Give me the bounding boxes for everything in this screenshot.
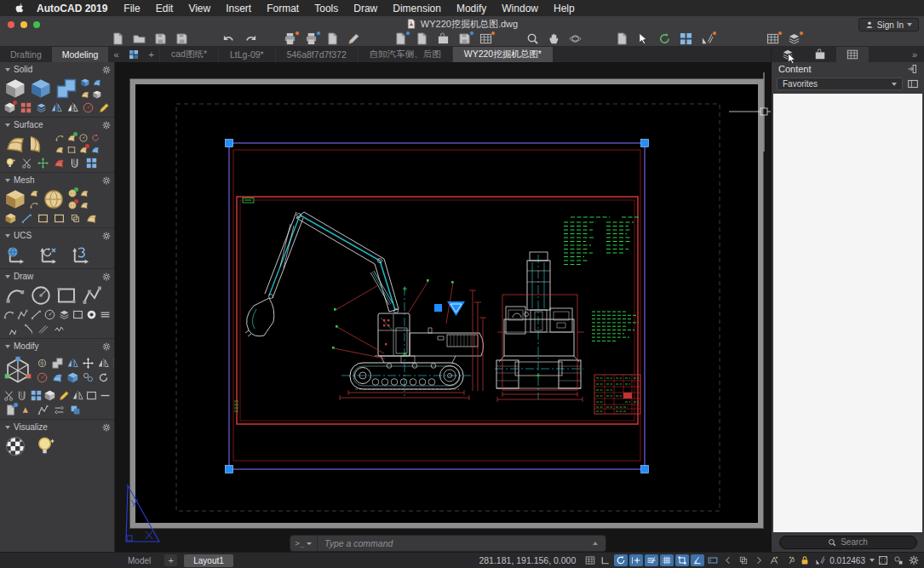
menu-modify[interactable]: Modify xyxy=(449,3,494,14)
surface-blend-tool[interactable] xyxy=(55,133,65,143)
draw-line-tool[interactable] xyxy=(31,308,42,321)
surface-trim-tool[interactable] xyxy=(55,145,65,155)
attach-reference-button[interactable] xyxy=(436,32,451,46)
draw-circle-tool[interactable] xyxy=(29,284,52,307)
workspace-tab-drafting[interactable]: Drafting xyxy=(0,47,52,62)
mesh-close-hole-tool[interactable] xyxy=(52,212,66,225)
menu-window[interactable]: Window xyxy=(494,3,546,14)
save-as-button[interactable] xyxy=(175,32,189,46)
new-file-button[interactable] xyxy=(111,32,125,46)
solid-polysolid-tool[interactable] xyxy=(3,101,16,114)
regen-tool[interactable] xyxy=(657,32,672,46)
select-similar-tool[interactable] xyxy=(636,32,651,46)
draw-ray-tool[interactable] xyxy=(3,323,17,336)
annotation-scale-value[interactable]: 0.012463 xyxy=(829,556,865,565)
panel-mesh-header[interactable]: Mesh xyxy=(3,175,111,186)
settings-gear-icon[interactable] xyxy=(907,554,921,566)
render-tool[interactable] xyxy=(3,434,26,457)
selection-cycling-icon[interactable] xyxy=(737,554,750,566)
panel-visualize-header[interactable]: Visualize xyxy=(3,422,111,433)
batch-plot-button[interactable] xyxy=(304,32,319,46)
command-input[interactable]: Type a command xyxy=(318,538,585,548)
ucs-rotate-tool[interactable] xyxy=(36,243,59,266)
mesh-box-tool[interactable] xyxy=(3,187,26,210)
named-views-icon[interactable] xyxy=(876,554,890,566)
surface-cv-remove-tool[interactable] xyxy=(52,157,66,169)
gear-icon[interactable] xyxy=(102,273,111,281)
apple-menu-icon[interactable] xyxy=(14,3,25,14)
chevron-down-icon[interactable] xyxy=(869,559,875,562)
solid-edit-tool[interactable] xyxy=(98,101,111,114)
panel-draw-header[interactable]: Draw xyxy=(3,271,111,282)
import-button[interactable] xyxy=(393,32,408,46)
page-setup-button[interactable] xyxy=(325,32,340,46)
solid-union-tool[interactable] xyxy=(55,77,77,100)
surface-loft-tool[interactable] xyxy=(29,132,52,155)
surface-patch-tool[interactable] xyxy=(66,133,77,143)
gear-icon[interactable] xyxy=(102,232,111,240)
palette-overflow-button[interactable]: » xyxy=(905,47,924,62)
mesh-smooth-less-tool[interactable] xyxy=(67,200,77,210)
panel-modify-header[interactable]: Modify xyxy=(3,341,111,352)
light-tool[interactable] xyxy=(34,434,57,457)
modify-draw-order-tool[interactable] xyxy=(20,404,33,416)
sign-in-button[interactable]: Sign In xyxy=(858,18,919,32)
modify-stretch-tool[interactable] xyxy=(86,389,97,402)
draw-construction-line-tool[interactable] xyxy=(36,323,49,336)
menu-edit[interactable]: Edit xyxy=(148,3,181,14)
solid-loft-tool[interactable] xyxy=(92,89,102,100)
selection-cycle-right-icon[interactable] xyxy=(752,554,766,566)
modify-edit-spline-tool[interactable] xyxy=(36,404,49,416)
solid-box-tool[interactable] xyxy=(3,77,26,100)
close-window-button[interactable] xyxy=(8,21,14,28)
zoom-window-tool[interactable] xyxy=(525,32,540,46)
document-tab-2[interactable]: LtLg-09* xyxy=(218,47,275,62)
surface-cv-add-tool[interactable] xyxy=(36,157,49,169)
paper-model-toggle-icon[interactable] xyxy=(583,554,597,566)
draw-arc-tool[interactable] xyxy=(3,308,14,321)
plot-button[interactable] xyxy=(283,32,297,46)
object-snap-icon[interactable] xyxy=(675,554,689,566)
app-menu[interactable]: AutoCAD 2019 xyxy=(37,3,107,14)
surface-offset-tool[interactable] xyxy=(78,133,89,143)
modify-3d-mirror-tool[interactable] xyxy=(66,357,79,370)
object-snap-tracking-icon[interactable] xyxy=(691,554,704,566)
ucs-3point-tool[interactable] xyxy=(68,243,91,266)
annotation-lock-icon[interactable] xyxy=(798,554,812,566)
viewport-scale-icon[interactable] xyxy=(813,554,827,566)
ucs-world-tool[interactable] xyxy=(3,243,26,266)
surface-network-tool[interactable] xyxy=(3,132,26,155)
open-file-button[interactable] xyxy=(132,32,146,46)
redo-button[interactable] xyxy=(243,32,257,46)
selection-cycle-left-icon[interactable] xyxy=(721,554,735,566)
draw-3d-polyline-tool[interactable] xyxy=(80,284,103,307)
command-prompt-icon[interactable]: >_ xyxy=(290,536,318,551)
modify-trim-tool[interactable] xyxy=(3,389,14,402)
mesh-edge-tool[interactable] xyxy=(29,200,39,210)
surface-convert-tool[interactable] xyxy=(84,157,98,169)
point-style-tool[interactable] xyxy=(679,32,693,46)
modify-copy-tool[interactable] xyxy=(81,371,95,384)
solid-slice-tool[interactable] xyxy=(35,101,48,114)
zoom-window-button[interactable] xyxy=(33,21,40,28)
modify-3d-rotate-tool[interactable] xyxy=(35,357,49,370)
favorites-select[interactable]: Favorites xyxy=(777,77,903,90)
export-button[interactable] xyxy=(415,32,429,46)
modify-scale-tool[interactable] xyxy=(72,389,83,402)
tab-reference-palette[interactable] xyxy=(804,47,836,62)
measure-tool[interactable] xyxy=(700,32,715,46)
document-tab-4[interactable]: 自卸汽车侧、后图 xyxy=(358,47,452,62)
gear-icon[interactable] xyxy=(102,423,111,432)
polar-tracking-icon[interactable] xyxy=(614,554,628,566)
panel-solid-header[interactable]: Solid xyxy=(3,64,111,75)
surface-analysis-tool[interactable] xyxy=(3,157,17,169)
draw-spline-tool[interactable] xyxy=(17,308,28,321)
mesh-merge-face-tool[interactable] xyxy=(36,212,49,225)
snap-mode-icon[interactable] xyxy=(629,554,643,566)
isolate-objects-icon[interactable] xyxy=(892,554,905,566)
undo-button[interactable] xyxy=(221,32,236,46)
modify-erase-tool[interactable] xyxy=(59,389,70,402)
modify-offset-tool[interactable] xyxy=(17,389,28,402)
gear-icon[interactable] xyxy=(102,342,111,351)
modify-copy-nested-tool[interactable] xyxy=(68,404,82,416)
